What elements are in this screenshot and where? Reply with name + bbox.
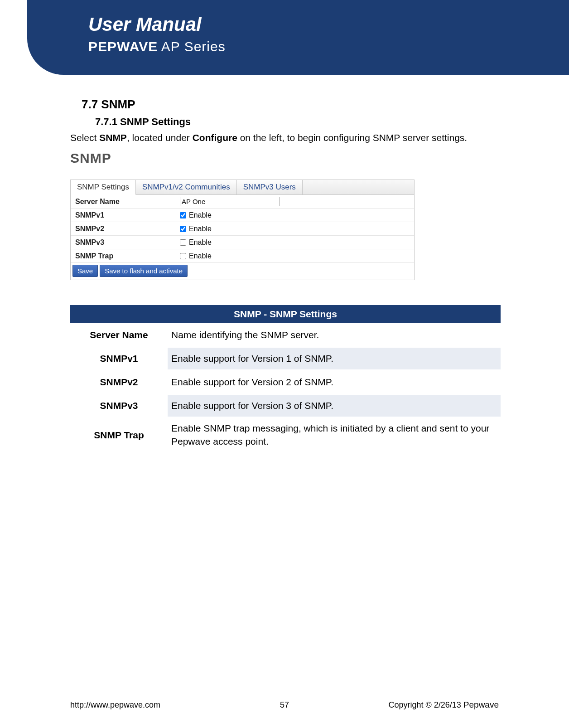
desc-text: Enable support for Version 1 of SNMP. bbox=[168, 348, 501, 369]
desc-row: Server NameName identifying the SNMP ser… bbox=[70, 323, 501, 347]
desc-row: SNMPv2Enable support for Version 2 of SN… bbox=[70, 370, 501, 394]
checkbox-snmpv3[interactable] bbox=[180, 239, 186, 246]
save-activate-button[interactable]: Save to flash and activate bbox=[100, 265, 188, 277]
desc-row: SNMPv1Enable support for Version 1 of SN… bbox=[70, 347, 501, 370]
desc-text: Enable SNMP trap messaging, which is ini… bbox=[168, 417, 501, 452]
desc-label: SNMPv1 bbox=[70, 347, 168, 370]
intro-b1: SNMP bbox=[99, 132, 127, 143]
desc-text: Enable support for Version 3 of SNMP. bbox=[168, 395, 501, 417]
tabs-row: SNMP Settings SNMPv1/v2 Communities SNMP… bbox=[71, 180, 414, 195]
footer-url: http://www.pepwave.com bbox=[70, 700, 160, 710]
desc-table-header: SNMP - SNMP Settings bbox=[70, 305, 501, 323]
row-snmptrap: SNMP Trap Enable bbox=[71, 249, 414, 263]
copyright-date: 2/26/13 bbox=[434, 700, 463, 709]
desc-row: SNMP TrapEnable SNMP trap messaging, whi… bbox=[70, 417, 501, 452]
snmp-panel: SNMP Settings SNMPv1/v2 Communities SNMP… bbox=[70, 180, 415, 280]
save-button[interactable]: Save bbox=[72, 265, 98, 277]
desc-label: SNMPv2 bbox=[70, 370, 168, 394]
tab-snmpv3-users[interactable]: SNMPv3 Users bbox=[237, 180, 303, 194]
checkbox-snmpv2[interactable] bbox=[180, 226, 186, 232]
brand-light: AP Series bbox=[158, 39, 226, 54]
snmp-panel-title: SNMP bbox=[70, 150, 499, 166]
desc-text: Enable support for Version 2 of SNMP. bbox=[168, 371, 501, 393]
checkbox-snmptrap[interactable] bbox=[180, 253, 186, 259]
page-footer: http://www.pepwave.com 57 Copyright © 2/… bbox=[0, 700, 569, 710]
intro-post: on the left, to begin configuring SNMP s… bbox=[237, 132, 467, 143]
desc-label: SNMPv3 bbox=[70, 394, 168, 417]
section-heading: 7.7 SNMP bbox=[82, 97, 499, 112]
header-subtitle: PEPWAVE AP Series bbox=[88, 39, 569, 54]
desc-label: SNMP Trap bbox=[70, 423, 168, 447]
intro-pre: Select bbox=[70, 132, 99, 143]
desc-row: SNMPv3Enable support for Version 3 of SN… bbox=[70, 394, 501, 417]
page-content: 7.7 SNMP 7.7.1 SNMP Settings Select SNMP… bbox=[0, 75, 569, 452]
text-snmpv3-enable: Enable bbox=[189, 238, 212, 247]
subsection-heading: 7.7.1 SNMP Settings bbox=[95, 116, 499, 128]
row-snmpv2: SNMPv2 Enable bbox=[71, 222, 414, 236]
tab-snmp-settings[interactable]: SNMP Settings bbox=[71, 180, 136, 195]
copyright-brand: Pepwave bbox=[463, 700, 499, 709]
label-snmpv3: SNMPv3 bbox=[71, 237, 177, 248]
row-snmpv1: SNMPv1 Enable bbox=[71, 209, 414, 222]
text-snmpv1-enable: Enable bbox=[189, 211, 212, 219]
intro-b2: Configure bbox=[193, 132, 237, 143]
brand-bold: PEPWAVE bbox=[88, 39, 158, 54]
footer-copyright: Copyright © 2/26/13 Pepwave bbox=[388, 700, 499, 710]
button-row: Save Save to flash and activate bbox=[71, 263, 414, 280]
label-snmptrap: SNMP Trap bbox=[71, 250, 177, 262]
intro-mid: , located under bbox=[127, 132, 193, 143]
header-banner: User Manual PEPWAVE AP Series bbox=[27, 0, 569, 75]
input-server-name[interactable] bbox=[180, 197, 280, 206]
text-snmpv2-enable: Enable bbox=[189, 225, 212, 233]
desc-label: Server Name bbox=[70, 323, 168, 347]
text-snmptrap-enable: Enable bbox=[189, 252, 212, 260]
label-server-name: Server Name bbox=[71, 196, 177, 208]
footer-page-number: 57 bbox=[280, 700, 289, 710]
header-title: User Manual bbox=[88, 14, 569, 35]
row-snmpv3: SNMPv3 Enable bbox=[71, 236, 414, 249]
tab-snmp-communities[interactable]: SNMPv1/v2 Communities bbox=[136, 180, 237, 194]
desc-text: Name identifying the SNMP server. bbox=[168, 324, 501, 346]
description-table: SNMP - SNMP Settings Server NameName ide… bbox=[70, 305, 501, 452]
label-snmpv2: SNMPv2 bbox=[71, 223, 177, 235]
checkbox-snmpv1[interactable] bbox=[180, 212, 186, 218]
intro-text: Select SNMP, located under Configure on … bbox=[70, 131, 499, 144]
copyright-pre: Copyright © bbox=[388, 700, 434, 709]
row-server-name: Server Name bbox=[71, 195, 414, 209]
label-snmpv1: SNMPv1 bbox=[71, 209, 177, 221]
